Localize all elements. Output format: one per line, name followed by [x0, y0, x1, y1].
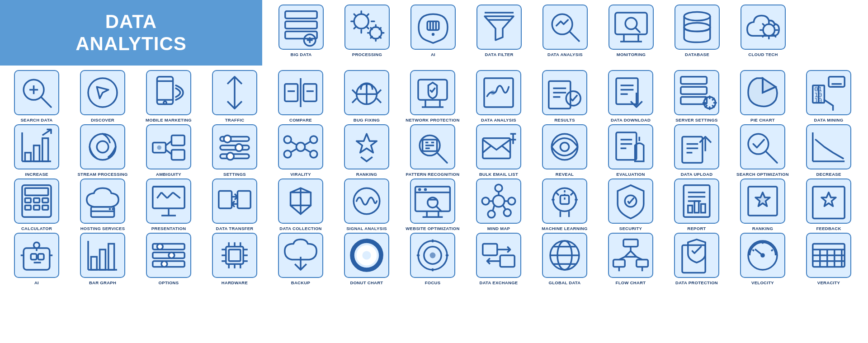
icon-item-donut-chart: DONUT CHART — [335, 233, 399, 285]
icon-label-server-settings: SERVER SETTINGS — [675, 117, 718, 122]
icon-item-ai-robot: AI — [5, 233, 69, 285]
icon-box-data-download — [608, 70, 653, 115]
icon-box-bug-fixing — [344, 70, 389, 115]
icon-label-bar-graph: BAR GRAPH — [89, 280, 116, 285]
icon-item-decrease: DECREASE — [797, 124, 861, 177]
icon-item-calculator: CALCULATOR — [5, 179, 69, 231]
icon-box-machine-learning — [542, 179, 587, 224]
icon-box-bulk-email — [476, 124, 521, 169]
svg-line-16 — [570, 32, 580, 42]
icon-item-data-filter: DATA FILTER — [467, 5, 531, 57]
svg-rect-219 — [229, 249, 241, 261]
icon-label-network-protection: NETWORK PROTECTION — [406, 117, 459, 122]
icon-label-data-transfer: DATA TRANSFER — [216, 226, 254, 231]
icon-label-ambiguity: AMBIGUITY — [156, 172, 181, 177]
icon-box-big-data — [278, 5, 324, 50]
icon-label-monitoring: MONITORING — [617, 52, 646, 57]
icon-item-flow-chart: FLOW CHART — [599, 233, 663, 285]
icon-item-mind-map: MIND MAP — [467, 179, 531, 231]
icon-label-data-protection: DATA PROTECTION — [675, 280, 718, 285]
icon-box-reveal — [542, 124, 587, 169]
icon-box-monitoring — [609, 5, 654, 50]
svg-rect-196 — [701, 204, 706, 212]
svg-rect-66 — [681, 87, 707, 94]
icon-box-flow-chart — [608, 233, 653, 278]
icon-label-cloud-tech: CLOUD TECH — [748, 52, 778, 57]
icon-box-server-settings — [674, 70, 719, 115]
icon-item-traffic: TRAFFIC — [203, 70, 267, 122]
icon-box-mind-map — [476, 179, 521, 224]
icon-box-data-exchange — [476, 233, 521, 278]
icon-label-settings: SETTINGS — [223, 172, 246, 177]
svg-point-148 — [112, 208, 114, 210]
svg-text:01: 01 — [814, 85, 822, 93]
icon-label-report: REPORT — [687, 226, 706, 231]
icon-label-virality: VIRALITY — [290, 172, 311, 177]
svg-rect-251 — [623, 240, 638, 247]
icon-item-settings: SETTINGS — [203, 124, 267, 177]
svg-rect-144 — [42, 206, 48, 210]
svg-point-99 — [296, 142, 305, 151]
icon-item-monitoring: MONITORING — [599, 5, 663, 57]
svg-rect-140 — [34, 198, 40, 203]
svg-point-173 — [493, 195, 505, 207]
icon-item-report: REPORT — [665, 179, 729, 231]
icon-item-data-download: DATA DOWNLOAD — [599, 70, 663, 122]
icon-label-ai-head: AI — [431, 52, 435, 57]
icon-box-ranking — [344, 124, 389, 169]
svg-rect-137 — [22, 185, 51, 217]
icon-item-search-data: SEARCH DATA — [5, 70, 69, 122]
icon-box-signal-analysis — [344, 179, 389, 224]
svg-rect-201 — [38, 254, 44, 260]
svg-line-107 — [305, 149, 310, 152]
icon-label-options: OPTIONS — [159, 280, 179, 285]
svg-rect-260 — [682, 245, 705, 273]
icon-item-pattern-recognition: PATTERN RECOGNITION — [401, 124, 465, 177]
icon-box-data-mining: 10 01 10 — [806, 70, 851, 115]
icon-label-flow-chart: FLOW CHART — [616, 280, 646, 285]
icon-item-backup: BACKUP — [269, 233, 333, 285]
icon-label-evaluation: EVALUATION — [616, 172, 645, 177]
icon-item-signal-analysis: SIGNAL ANALYSIS — [335, 179, 399, 231]
svg-line-156 — [173, 193, 180, 198]
icon-box-report — [674, 179, 719, 224]
svg-point-217 — [161, 261, 167, 267]
svg-rect-88 — [171, 135, 184, 145]
svg-rect-194 — [688, 206, 693, 213]
svg-line-189 — [629, 198, 634, 203]
icon-item-hosting-services: HOSTING SERVICES — [71, 179, 135, 231]
svg-rect-89 — [171, 150, 184, 160]
svg-line-264 — [771, 249, 773, 251]
svg-point-237 — [430, 253, 436, 258]
icon-label-global-data: GLOBAL DATA — [549, 280, 581, 285]
icon-label-data-analysis: DATA ANALYSIS — [547, 52, 583, 57]
icon-label-mind-map: MIND MAP — [487, 226, 510, 231]
icon-label-increase: INCREASE — [25, 172, 48, 177]
svg-line-91 — [166, 150, 172, 154]
icon-box-virality — [278, 124, 323, 169]
svg-point-97 — [236, 144, 243, 151]
icon-box-evaluation — [608, 124, 653, 169]
icon-label-pie-chart: PIE CHART — [750, 117, 775, 122]
icon-label-pattern-recognition: PATTERN RECOGNITION — [406, 172, 460, 177]
icon-box-veracity — [806, 233, 851, 278]
icon-item-data-upload: DATA UPLOAD — [665, 124, 729, 177]
svg-rect-143 — [34, 206, 40, 210]
icon-box-stream-processing — [80, 124, 125, 169]
icon-item-search-optimization: SEARCH OPTIMIZATION — [731, 124, 795, 177]
icon-item-data-analysis2: DATA ANALYSIS — [467, 70, 531, 122]
svg-point-178 — [504, 209, 511, 216]
svg-line-116 — [483, 146, 491, 153]
svg-rect-53 — [484, 78, 513, 107]
svg-point-54 — [491, 90, 495, 95]
svg-rect-37 — [285, 84, 298, 101]
icon-label-search-optimization: SEARCH OPTIMIZATION — [736, 172, 789, 177]
icon-item-processing: PROCESSING — [335, 5, 399, 57]
icon-label-calculator: CALCULATOR — [21, 226, 52, 231]
icon-box-ambiguity — [146, 124, 191, 169]
svg-line-106 — [305, 142, 310, 145]
icon-item-focus: FOCUS — [401, 233, 465, 285]
icon-item-feedback: FEEDBACK — [797, 179, 861, 231]
svg-line-154 — [161, 193, 167, 198]
icon-label-hardware: HARDWARE — [222, 280, 248, 285]
